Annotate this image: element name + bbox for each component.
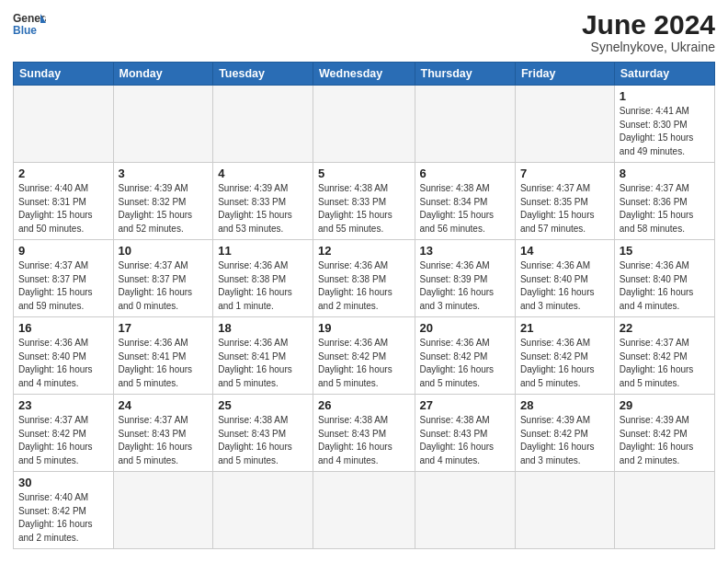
calendar-cell: 21Sunrise: 4:36 AM Sunset: 8:42 PM Dayli… — [515, 317, 614, 395]
calendar-cell: 22Sunrise: 4:37 AM Sunset: 8:42 PM Dayli… — [614, 317, 714, 395]
day-info: Sunrise: 4:41 AM Sunset: 8:30 PM Dayligh… — [620, 105, 710, 158]
calendar-cell: 3Sunrise: 4:39 AM Sunset: 8:32 PM Daylig… — [113, 163, 213, 240]
day-info: Sunrise: 4:39 AM Sunset: 8:42 PM Dayligh… — [520, 414, 609, 467]
day-number: 13 — [420, 244, 510, 258]
day-number: 11 — [218, 244, 308, 258]
calendar-cell: 19Sunrise: 4:36 AM Sunset: 8:42 PM Dayli… — [313, 317, 415, 395]
calendar-title: June 2024 — [582, 9, 715, 40]
weekday-header-monday: Monday — [113, 63, 213, 86]
day-info: Sunrise: 4:36 AM Sunset: 8:40 PM Dayligh… — [520, 259, 609, 313]
day-info: Sunrise: 4:38 AM Sunset: 8:43 PM Dayligh… — [420, 414, 510, 467]
day-number: 12 — [318, 244, 409, 258]
day-number: 7 — [520, 167, 609, 180]
calendar-cell — [614, 472, 714, 549]
header: General Blue June 2024 Synelnykove, Ukra… — [13, 9, 715, 54]
day-info: Sunrise: 4:37 AM Sunset: 8:43 PM Dayligh… — [119, 414, 209, 467]
calendar-week-row: 2Sunrise: 4:40 AM Sunset: 8:31 PM Daylig… — [14, 163, 715, 240]
calendar-cell: 11Sunrise: 4:36 AM Sunset: 8:38 PM Dayli… — [213, 240, 313, 317]
calendar-cell — [113, 86, 213, 163]
calendar-cell: 7Sunrise: 4:37 AM Sunset: 8:35 PM Daylig… — [515, 163, 614, 240]
day-info: Sunrise: 4:38 AM Sunset: 8:34 PM Dayligh… — [420, 182, 510, 236]
weekday-header-wednesday: Wednesday — [313, 63, 415, 86]
calendar-week-row: 1Sunrise: 4:41 AM Sunset: 8:30 PM Daylig… — [14, 86, 715, 163]
calendar-cell — [113, 472, 213, 549]
calendar-week-row: 16Sunrise: 4:36 AM Sunset: 8:40 PM Dayli… — [14, 317, 715, 395]
calendar-cell: 14Sunrise: 4:36 AM Sunset: 8:40 PM Dayli… — [515, 240, 614, 317]
calendar-cell — [515, 472, 614, 549]
calendar-cell: 25Sunrise: 4:38 AM Sunset: 8:43 PM Dayli… — [213, 395, 313, 472]
day-info: Sunrise: 4:36 AM Sunset: 8:41 PM Dayligh… — [218, 337, 308, 390]
day-number: 24 — [119, 398, 209, 412]
day-info: Sunrise: 4:39 AM Sunset: 8:32 PM Dayligh… — [119, 182, 209, 236]
day-number: 18 — [218, 321, 308, 335]
day-number: 21 — [520, 321, 609, 335]
day-info: Sunrise: 4:36 AM Sunset: 8:41 PM Dayligh… — [119, 337, 209, 390]
calendar-cell — [415, 86, 515, 163]
day-info: Sunrise: 4:36 AM Sunset: 8:38 PM Dayligh… — [318, 259, 409, 313]
day-info: Sunrise: 4:37 AM Sunset: 8:35 PM Dayligh… — [520, 182, 609, 236]
calendar-cell: 10Sunrise: 4:37 AM Sunset: 8:37 PM Dayli… — [113, 240, 213, 317]
calendar-cell: 6Sunrise: 4:38 AM Sunset: 8:34 PM Daylig… — [415, 163, 515, 240]
day-info: Sunrise: 4:37 AM Sunset: 8:37 PM Dayligh… — [18, 259, 108, 313]
calendar-cell: 5Sunrise: 4:38 AM Sunset: 8:33 PM Daylig… — [313, 163, 415, 240]
day-info: Sunrise: 4:36 AM Sunset: 8:40 PM Dayligh… — [620, 259, 710, 313]
weekday-header-saturday: Saturday — [614, 63, 714, 86]
calendar-cell — [213, 86, 313, 163]
day-info: Sunrise: 4:38 AM Sunset: 8:33 PM Dayligh… — [318, 182, 409, 236]
day-number: 17 — [119, 321, 209, 335]
day-number: 9 — [18, 244, 108, 258]
calendar-cell — [14, 86, 114, 163]
day-info: Sunrise: 4:36 AM Sunset: 8:42 PM Dayligh… — [520, 337, 609, 390]
calendar-cell: 12Sunrise: 4:36 AM Sunset: 8:38 PM Dayli… — [313, 240, 415, 317]
day-info: Sunrise: 4:36 AM Sunset: 8:42 PM Dayligh… — [318, 337, 409, 390]
day-number: 27 — [420, 398, 510, 412]
day-number: 5 — [318, 167, 409, 180]
day-number: 10 — [119, 244, 209, 258]
day-info: Sunrise: 4:37 AM Sunset: 8:42 PM Dayligh… — [18, 414, 108, 467]
calendar-cell — [415, 472, 515, 549]
day-info: Sunrise: 4:39 AM Sunset: 8:42 PM Dayligh… — [620, 414, 710, 467]
day-info: Sunrise: 4:39 AM Sunset: 8:33 PM Dayligh… — [218, 182, 308, 236]
day-number: 26 — [318, 398, 409, 412]
calendar-cell: 20Sunrise: 4:36 AM Sunset: 8:42 PM Dayli… — [415, 317, 515, 395]
generalblue-icon: General Blue — [13, 9, 46, 37]
day-info: Sunrise: 4:36 AM Sunset: 8:42 PM Dayligh… — [420, 337, 510, 390]
calendar-cell: 26Sunrise: 4:38 AM Sunset: 8:43 PM Dayli… — [313, 395, 415, 472]
day-number: 29 — [620, 398, 710, 412]
day-number: 14 — [520, 244, 609, 258]
day-number: 19 — [318, 321, 409, 335]
calendar-cell: 9Sunrise: 4:37 AM Sunset: 8:37 PM Daylig… — [14, 240, 114, 317]
logo: General Blue — [13, 9, 46, 37]
day-info: Sunrise: 4:36 AM Sunset: 8:40 PM Dayligh… — [18, 337, 108, 390]
day-number: 15 — [620, 244, 710, 258]
calendar-cell: 8Sunrise: 4:37 AM Sunset: 8:36 PM Daylig… — [614, 163, 714, 240]
day-info: Sunrise: 4:37 AM Sunset: 8:42 PM Dayligh… — [620, 337, 710, 390]
calendar-week-row: 30Sunrise: 4:40 AM Sunset: 8:42 PM Dayli… — [14, 472, 715, 549]
day-number: 30 — [18, 476, 108, 489]
calendar-cell: 28Sunrise: 4:39 AM Sunset: 8:42 PM Dayli… — [515, 395, 614, 472]
calendar-cell: 2Sunrise: 4:40 AM Sunset: 8:31 PM Daylig… — [14, 163, 114, 240]
weekday-header-row: SundayMondayTuesdayWednesdayThursdayFrid… — [14, 63, 715, 86]
day-info: Sunrise: 4:37 AM Sunset: 8:36 PM Dayligh… — [620, 182, 710, 236]
day-info: Sunrise: 4:38 AM Sunset: 8:43 PM Dayligh… — [318, 414, 409, 467]
day-number: 22 — [620, 321, 710, 335]
calendar-cell — [213, 472, 313, 549]
calendar-week-row: 23Sunrise: 4:37 AM Sunset: 8:42 PM Dayli… — [14, 395, 715, 472]
day-number: 2 — [18, 167, 108, 180]
calendar-cell: 27Sunrise: 4:38 AM Sunset: 8:43 PM Dayli… — [415, 395, 515, 472]
calendar-cell: 17Sunrise: 4:36 AM Sunset: 8:41 PM Dayli… — [113, 317, 213, 395]
day-info: Sunrise: 4:36 AM Sunset: 8:38 PM Dayligh… — [218, 259, 308, 313]
calendar-cell: 16Sunrise: 4:36 AM Sunset: 8:40 PM Dayli… — [14, 317, 114, 395]
day-number: 1 — [620, 89, 710, 103]
day-number: 25 — [218, 398, 308, 412]
calendar-cell: 23Sunrise: 4:37 AM Sunset: 8:42 PM Dayli… — [14, 395, 114, 472]
calendar-cell: 18Sunrise: 4:36 AM Sunset: 8:41 PM Dayli… — [213, 317, 313, 395]
weekday-header-sunday: Sunday — [14, 63, 114, 86]
day-info: Sunrise: 4:38 AM Sunset: 8:43 PM Dayligh… — [218, 414, 308, 467]
calendar-cell: 30Sunrise: 4:40 AM Sunset: 8:42 PM Dayli… — [14, 472, 114, 549]
weekday-header-tuesday: Tuesday — [213, 63, 313, 86]
day-number: 20 — [420, 321, 510, 335]
day-info: Sunrise: 4:37 AM Sunset: 8:37 PM Dayligh… — [119, 259, 209, 313]
weekday-header-friday: Friday — [515, 63, 614, 86]
calendar-cell: 4Sunrise: 4:39 AM Sunset: 8:33 PM Daylig… — [213, 163, 313, 240]
